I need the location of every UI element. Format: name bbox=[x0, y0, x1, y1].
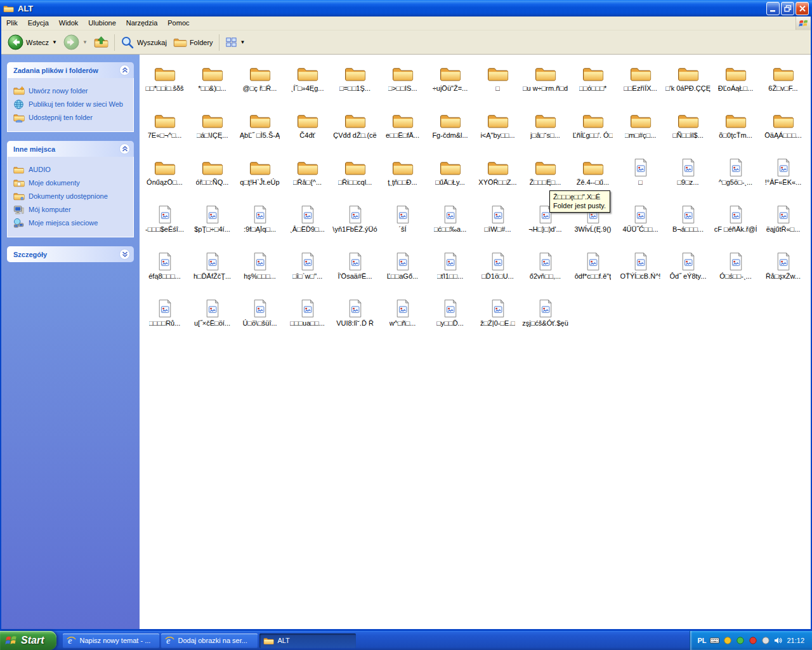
folder-item[interactable]: ÇVđđ dŽ□.(cë bbox=[331, 109, 379, 156]
file-item[interactable]: □ bbox=[617, 156, 664, 203]
folder-item[interactable]: 6Ž□v□F... bbox=[759, 62, 807, 109]
file-item[interactable]: $pŢ□÷□4í... bbox=[188, 203, 236, 250]
chevron-up-icon[interactable] bbox=[119, 65, 130, 76]
panel-header-inne-miejsca[interactable]: Inne miejsca bbox=[7, 141, 134, 157]
folder-item[interactable]: i<Ą"by□□... bbox=[474, 109, 521, 156]
folder-item[interactable]: ÖäĄÁ□□□... bbox=[759, 109, 807, 156]
folder-item[interactable]: ÓnűązÖ□... bbox=[141, 156, 188, 203]
sidebar-item-dokumenty-udostepnione[interactable]: Dokumenty udostępnione bbox=[13, 191, 130, 201]
file-item[interactable]: ëąjűtŘ«□... bbox=[759, 203, 807, 250]
start-button[interactable]: Start bbox=[0, 631, 56, 650]
menu-item-widok[interactable]: Widok bbox=[54, 17, 84, 30]
sidebar-item-moje-dokumenty[interactable]: Moje dokumenty bbox=[13, 178, 130, 188]
folder-item[interactable]: □m□#ç□... bbox=[617, 109, 664, 156]
file-item[interactable]: h□ĎÄfŽčŢ... bbox=[188, 250, 236, 297]
folder-item[interactable]: □u w÷□rm.ñ□d bbox=[521, 62, 569, 109]
search-button[interactable]: Wyszukaj bbox=[117, 34, 170, 51]
folder-item[interactable]: ¸Í˝□»4Ęg... bbox=[284, 62, 331, 109]
file-item[interactable]: □□□□Rů... bbox=[141, 297, 188, 344]
sidebar-item-udostepnij-ten-folder[interactable]: Udostępnij ten folder bbox=[13, 112, 130, 123]
folder-item[interactable]: Č4đť bbox=[284, 109, 331, 156]
folder-item[interactable]: XYÖŔ□□Z... bbox=[474, 156, 521, 203]
file-item[interactable]: ôdf*c□□f.ě"ţ bbox=[569, 250, 617, 297]
folder-item[interactable]: j□â□˘s□... bbox=[521, 109, 569, 156]
folder-item[interactable]: Fg-čdm&l... bbox=[426, 109, 474, 156]
up-button[interactable] bbox=[91, 34, 112, 51]
file-item[interactable]: u[˝×čË□öí... bbox=[188, 297, 236, 344]
file-item[interactable]: □ťl1□□... bbox=[426, 250, 474, 297]
menu-item-ulubione[interactable]: Ulubione bbox=[83, 17, 121, 30]
minimize-button[interactable] bbox=[766, 2, 780, 15]
file-item[interactable]: 4ŰÜ˝Ć□□... bbox=[617, 203, 664, 250]
volume-icon[interactable] bbox=[773, 636, 783, 646]
file-item[interactable]: ž□Ź|0-□E.□ bbox=[474, 297, 521, 344]
folder-item[interactable]: ĄbĽ˝ □Ì5.Š-Ą bbox=[236, 109, 284, 156]
file-item[interactable]: B¬á□□□... bbox=[664, 203, 712, 250]
folder-item[interactable]: □Ñ□□ìl$... bbox=[664, 109, 712, 156]
file-item[interactable]: ´šÍ bbox=[379, 203, 426, 250]
file-item[interactable]: :9f□ĄĪq□... bbox=[236, 203, 284, 250]
sidebar-item-utworz-nowy-folder[interactable]: Utwórz nowy folder bbox=[13, 86, 130, 96]
file-item[interactable]: Ó□ś□□-¸... bbox=[712, 250, 759, 297]
folder-item[interactable]: ÷ujÖü"Ž=... bbox=[426, 62, 474, 109]
folder-item[interactable]: óř□□:ÑQ... bbox=[188, 156, 236, 203]
folder-item[interactable]: e□□Ë□fÄ... bbox=[379, 109, 426, 156]
folder-item[interactable]: *□□&)□... bbox=[188, 62, 236, 109]
folder-item[interactable]: □Řâ□{^... bbox=[284, 156, 331, 203]
file-item[interactable]: w^□ñ□... bbox=[379, 297, 426, 344]
sidebar-item-moje-miejsca-sieciowe[interactable]: Moje miejsca sieciowe bbox=[13, 218, 130, 228]
folders-button[interactable]: Foldery bbox=[170, 34, 216, 50]
folder-item[interactable]: □á□\IÇĘ... bbox=[188, 109, 236, 156]
file-item[interactable]: ő2vň□□,... bbox=[521, 250, 569, 297]
file-item[interactable]: □9□z... bbox=[664, 156, 712, 203]
file-item[interactable]: VUI8:lî˘.Ď Ř bbox=[331, 297, 379, 344]
keyboard-icon[interactable] bbox=[710, 636, 719, 646]
file-item[interactable]: □Ď1ö□U... bbox=[474, 250, 521, 297]
file-item[interactable]: □ìW□#... bbox=[474, 203, 521, 250]
folder-item[interactable]: □>□□IS... bbox=[379, 62, 426, 109]
folder-item[interactable]: □□EzříÍX... bbox=[617, 62, 664, 109]
folder-item[interactable]: õ□0ţcŤm... bbox=[712, 109, 759, 156]
gray-status-icon[interactable] bbox=[761, 636, 770, 646]
file-item[interactable]: éfą8□□□... bbox=[141, 250, 188, 297]
back-chevron-down-icon[interactable]: ▼ bbox=[52, 39, 57, 45]
folder-item[interactable]: 7E«□¬^□... bbox=[141, 109, 188, 156]
folder-item[interactable]: @□ç ř□Ŕ... bbox=[236, 62, 284, 109]
folder-item[interactable]: □=□□1Ş... bbox=[331, 62, 379, 109]
file-item[interactable]: Ľ□□aGő... bbox=[379, 250, 426, 297]
taskbar-task-napisz-nowy-temat[interactable]: eNapisz nowy temat - ... bbox=[63, 633, 159, 648]
taskbar-task-alt[interactable]: ALT bbox=[259, 633, 356, 648]
file-item[interactable]: □ī□`w□"... bbox=[284, 250, 331, 297]
language-indicator[interactable]: PL bbox=[697, 637, 706, 644]
file-item[interactable]: □□□ua□□... bbox=[284, 297, 331, 344]
sidebar-item-audio[interactable]: AUDIO bbox=[13, 164, 130, 175]
yellow-status-icon[interactable] bbox=[723, 636, 732, 646]
chevron-down-icon[interactable] bbox=[119, 249, 130, 260]
clock[interactable]: 21:12 bbox=[787, 637, 804, 644]
back-button[interactable]: Wstecz ▼ bbox=[4, 32, 60, 52]
menu-item-pomoc[interactable]: Pomoc bbox=[162, 17, 194, 30]
folder-item[interactable]: □□*□□i□.šδš bbox=[141, 62, 188, 109]
file-item[interactable]: Î'Ösaä#Ë... bbox=[331, 250, 379, 297]
chevron-up-icon[interactable] bbox=[119, 143, 130, 154]
file-item[interactable]: ^□g5ö□-¸... bbox=[712, 156, 759, 203]
views-button[interactable]: ▼ bbox=[222, 34, 249, 50]
folder-item[interactable]: □□ó□□□* bbox=[569, 62, 617, 109]
red-status-icon[interactable] bbox=[748, 636, 757, 646]
file-item[interactable]: □y□□Ď... bbox=[426, 297, 474, 344]
restore-button[interactable] bbox=[781, 2, 794, 15]
menu-item-narzedzia[interactable]: Narzędzia bbox=[121, 17, 163, 30]
forward-button[interactable]: ▼ bbox=[60, 32, 91, 52]
file-item[interactable]: Ôd˝ eÝ8ty... bbox=[664, 250, 712, 297]
folder-item[interactable]: □Ři□□cql... bbox=[331, 156, 379, 203]
menu-item-edycja[interactable]: Edycja bbox=[23, 17, 54, 30]
file-item[interactable]: OŤÝĺ□cB.Ń^! bbox=[617, 250, 664, 297]
folder-item[interactable]: □űÄ□Ły... bbox=[426, 156, 474, 203]
file-item[interactable]: ¸Â□ËĎ9□... bbox=[284, 203, 331, 250]
views-chevron-down-icon[interactable]: ▼ bbox=[240, 39, 246, 45]
file-item[interactable]: Ú□ö\□šüî... bbox=[236, 297, 284, 344]
close-button[interactable] bbox=[796, 2, 809, 15]
folder-item[interactable]: ţ¸ţň□□Đ... bbox=[379, 156, 426, 203]
file-item[interactable]: !°ÂF«ËK«... bbox=[759, 156, 807, 203]
sidebar-item-moj-komputer[interactable]: Mój komputer bbox=[13, 204, 130, 215]
